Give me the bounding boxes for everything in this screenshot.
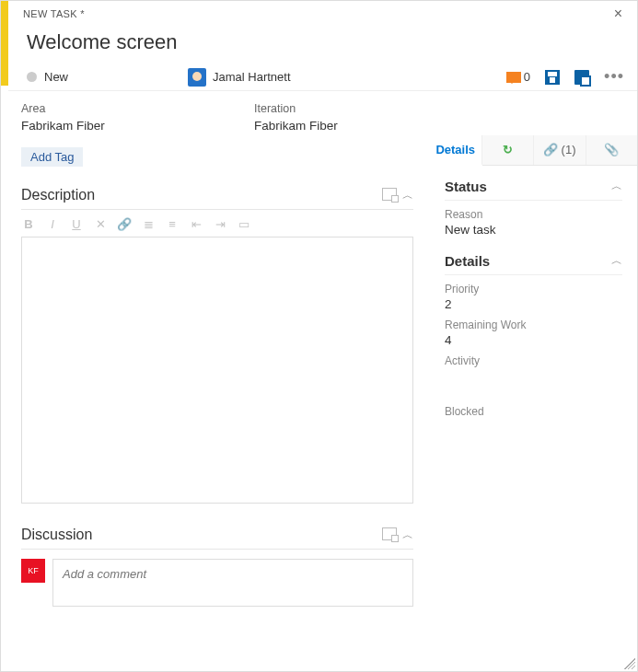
clear-format-button[interactable]: ✕ bbox=[93, 217, 108, 231]
collapse-icon[interactable]: ︿ bbox=[402, 188, 413, 203]
area-value[interactable]: Fabrikam Fiber bbox=[21, 119, 180, 133]
comment-count[interactable]: 0 bbox=[506, 70, 530, 84]
outdent-button[interactable]: ⇤ bbox=[189, 217, 203, 231]
add-tag-button[interactable]: Add Tag bbox=[21, 147, 83, 167]
rich-text-toolbar: B I U ✕ 🔗 ≣ ≡ ⇤ ⇥ ▭ bbox=[21, 210, 413, 237]
save-icon[interactable] bbox=[545, 70, 560, 85]
priority-label: Priority bbox=[445, 283, 622, 295]
status-section-title: Status bbox=[445, 179, 487, 194]
maximize-icon[interactable] bbox=[382, 188, 397, 201]
remaining-work-value[interactable]: 4 bbox=[445, 333, 622, 347]
tab-details[interactable]: Details bbox=[430, 135, 482, 166]
priority-value[interactable]: 2 bbox=[445, 297, 622, 311]
history-icon: ↻ bbox=[503, 143, 513, 156]
bold-button[interactable]: B bbox=[21, 217, 36, 231]
work-item-type-label: NEW TASK * bbox=[23, 8, 85, 19]
activity-value[interactable] bbox=[445, 369, 622, 383]
reason-label: Reason bbox=[445, 208, 622, 221]
work-item-title[interactable]: Welcome screen bbox=[8, 23, 637, 64]
tab-history[interactable]: ↻ bbox=[482, 135, 535, 165]
template-icon[interactable] bbox=[574, 70, 589, 85]
number-list-button[interactable]: ≡ bbox=[165, 217, 180, 231]
link-button[interactable]: 🔗 bbox=[117, 217, 132, 231]
links-count: (1) bbox=[562, 143, 576, 156]
image-button[interactable]: ▭ bbox=[237, 217, 251, 231]
close-icon[interactable]: × bbox=[609, 6, 628, 22]
state-indicator-dot bbox=[27, 72, 37, 82]
details-section-title: Details bbox=[445, 253, 490, 269]
state-value[interactable]: New bbox=[44, 70, 68, 84]
side-tabs: Details ↻ 🔗 (1) 📎 bbox=[430, 135, 637, 166]
underline-button[interactable]: U bbox=[69, 217, 84, 231]
collapse-icon[interactable]: ︿ bbox=[611, 179, 622, 194]
collapse-icon[interactable]: ︿ bbox=[402, 527, 413, 543]
more-actions-icon[interactable]: ••• bbox=[604, 67, 624, 87]
user-avatar: KF bbox=[21, 559, 45, 583]
comment-icon bbox=[506, 72, 521, 83]
tab-links[interactable]: 🔗 (1) bbox=[534, 135, 586, 165]
area-label: Area bbox=[21, 102, 180, 115]
collapse-icon[interactable]: ︿ bbox=[611, 253, 622, 269]
blocked-label: Blocked bbox=[445, 405, 622, 418]
avatar-icon bbox=[188, 68, 206, 87]
indent-button[interactable]: ⇥ bbox=[213, 217, 227, 231]
description-header: Description bbox=[21, 187, 95, 203]
remaining-work-label: Remaining Work bbox=[445, 319, 622, 331]
assignee-name: Jamal Hartnett bbox=[213, 70, 291, 84]
tab-attachments[interactable]: 📎 bbox=[586, 135, 638, 165]
iteration-label: Iteration bbox=[254, 102, 413, 115]
reason-value[interactable]: New task bbox=[445, 223, 622, 237]
header: NEW TASK * × Welcome screen New Jamal Ha… bbox=[1, 1, 637, 91]
comment-count-value: 0 bbox=[524, 70, 530, 84]
type-color-bar bbox=[1, 1, 8, 86]
assignee-field[interactable]: Jamal Hartnett bbox=[188, 68, 291, 87]
attachment-icon: 📎 bbox=[604, 143, 619, 156]
italic-button[interactable]: I bbox=[45, 217, 60, 231]
discussion-header: Discussion bbox=[21, 527, 92, 543]
link-icon: 🔗 bbox=[543, 143, 558, 156]
resize-handle[interactable] bbox=[624, 658, 635, 669]
activity-label: Activity bbox=[445, 354, 622, 367]
bullet-list-button[interactable]: ≣ bbox=[141, 217, 156, 231]
maximize-icon[interactable] bbox=[382, 527, 397, 540]
iteration-value[interactable]: Fabrikam Fiber bbox=[254, 119, 413, 133]
comment-input[interactable] bbox=[52, 559, 413, 607]
description-editor[interactable] bbox=[21, 237, 413, 504]
